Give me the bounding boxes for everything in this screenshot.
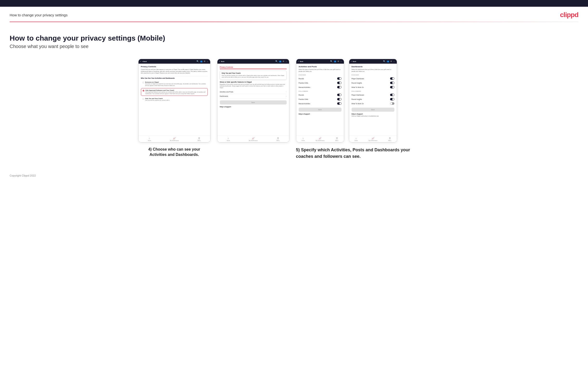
phone4-player-coaches-toggle[interactable]	[390, 77, 394, 80]
phone4-insights-coaches-toggle[interactable]	[390, 82, 394, 84]
phone4-nav-menu[interactable]: ☰ Menu	[388, 137, 391, 141]
radio-approved-text: Only Approved Followers and Your Coach O…	[146, 90, 206, 94]
settings-icon-4[interactable]: ⚙	[390, 60, 392, 62]
phone3-back[interactable]: ‹ Back	[298, 60, 303, 62]
search-icon-3[interactable]: 🔍	[330, 60, 333, 62]
phone2-tab-label[interactable]: Privacy Controls	[220, 66, 233, 69]
phone2-nav-menu[interactable]: ☰ Menu	[277, 137, 280, 141]
phone3-drills-coaches-toggle[interactable]	[337, 82, 341, 84]
phone4-player-followers-toggle[interactable]	[390, 94, 394, 96]
phone2-save-button[interactable]: Save	[220, 100, 287, 104]
people-icon-2[interactable]: 👥	[279, 60, 281, 62]
phone1-bottomnav: ⌂ Home 📈 My Performance ☰ Menu	[138, 136, 210, 142]
phone3-followers-label: FOLLOWERS	[299, 91, 341, 92]
search-icon-2[interactable]: 🔍	[275, 60, 278, 62]
phone2-help-label: Help & Support	[220, 106, 287, 108]
settings-icon-2[interactable]: ⚙	[283, 60, 284, 62]
phone4-workOn-coaches-toggle[interactable]	[390, 86, 394, 88]
phone4-player-coaches: Player Dashboard	[352, 76, 394, 81]
phone2-nav-performance[interactable]: 📈 My Performance	[249, 137, 258, 141]
search-icon-4[interactable]: 🔍	[383, 60, 386, 62]
settings-icon-3[interactable]: ⚙	[337, 60, 339, 62]
radio-approved-circle	[143, 90, 144, 92]
phone-mockup-3: ‹ Back 🔍 👥 ⚙ ⌄ Activities and Pos	[296, 59, 344, 142]
phone2-icons: 🔍 👥 ⚙ ⌄	[275, 60, 287, 62]
phone3-drills-coaches: Practice Drills	[299, 81, 341, 85]
search-icon[interactable]: 🔍	[197, 60, 199, 62]
phone3-manual-followers-toggle[interactable]	[337, 102, 341, 105]
phone-group-2: ‹ Back 🔍 👥 ⚙ ⌄ Privacy Controls	[217, 59, 289, 142]
phone1-nav-menu[interactable]: ☰ Menu	[198, 137, 201, 141]
phone3-nav-menu[interactable]: ☰ Menu	[335, 137, 338, 141]
phone4-workOn-followers: What To Work On	[352, 101, 394, 106]
radio-everyone[interactable]: Everyone on Clippd Everyone on Clippd ca…	[141, 80, 208, 87]
caption-1: 4) Choose who can see your Activities an…	[141, 147, 208, 158]
phone3-bottomnav: ⌂ Home 📈 My Performance ☰ Menu	[296, 136, 344, 142]
page-heading: How to change your privacy settings (Mob…	[10, 34, 578, 42]
phone4-save-button[interactable]: Save	[352, 108, 394, 112]
phone3-nav-performance[interactable]: 📈 My Performance	[316, 137, 325, 141]
phone4-nav-home[interactable]: ⌂ Home	[355, 137, 358, 141]
phone3-drills-followers-toggle[interactable]	[337, 98, 341, 100]
phone4-insights-followers-toggle[interactable]	[390, 98, 394, 100]
right-phones-row: ‹ Back 🔍 👥 ⚙ ⌄ Activities and Pos	[296, 59, 450, 142]
home-icon-3: ⌂	[303, 137, 304, 140]
phone3-title: Activities and Posts	[299, 66, 341, 68]
phone2-bottomnav: ⌂ Home 📈 My Performance ☰ Menu	[217, 136, 289, 142]
phone4-content: Dashboards Select the dashboards that yo…	[349, 64, 397, 136]
phone-mockup-1: ‹ < Back 🔍 👥 ⚙ ⌄ Privacy Controls Contro…	[138, 59, 210, 142]
phone4-workOn-followers-toggle[interactable]	[390, 102, 394, 105]
phone4-nav-performance[interactable]: 📈 My Performance	[369, 137, 378, 141]
home-icon: ⌂	[149, 137, 150, 140]
chevron-down-icon-4[interactable]: ⌄	[393, 60, 395, 62]
phone3-manual-followers: Manual Activities	[299, 101, 341, 106]
people-icon-4[interactable]: 👥	[387, 60, 389, 62]
phone1-nav-performance[interactable]: 📈 My Performance	[170, 137, 179, 141]
phone2-back[interactable]: ‹ Back	[219, 60, 225, 62]
chevron-down-icon-3[interactable]: ⌄	[340, 60, 342, 62]
phone3-manual-coaches-toggle[interactable]	[337, 86, 341, 88]
settings-icon[interactable]: ⚙	[204, 60, 205, 62]
phone2-popup: Only You and Your Coach Only you and the…	[220, 71, 287, 80]
phone1-nav-home[interactable]: ⌂ Home	[148, 137, 151, 141]
chevron-down-icon-2[interactable]: ⌄	[285, 60, 287, 62]
radio-only-you-text: Only You and Your Coach Only you and the…	[145, 98, 170, 101]
phone4-insights-followers: Round Insights	[352, 97, 394, 101]
phone-group-1: ‹ < Back 🔍 👥 ⚙ ⌄ Privacy Controls Contro…	[138, 59, 210, 158]
phone2-nav-home[interactable]: ⌂ Home	[227, 137, 230, 141]
phone3-rounds-coaches-toggle[interactable]	[337, 77, 341, 80]
phone3-nav-home[interactable]: ⌂ Home	[302, 137, 305, 141]
phone2-dashboards-row[interactable]: Dashboards ›	[220, 94, 287, 99]
popup-title: Only You and Your Coach	[222, 72, 285, 74]
phone3-desc: Select the types of activity that you'd …	[299, 69, 341, 72]
phone3-rounds-followers-toggle[interactable]	[337, 94, 341, 96]
show-hide-desc: Regardless of the privacy controls that …	[220, 83, 287, 89]
popup-desc: Only you and the coaches you connect wit…	[222, 75, 285, 78]
phone3-save-button[interactable]: Save	[299, 108, 341, 112]
phone4-insights-coaches: Round Insights	[352, 81, 394, 85]
phone2-activities-row[interactable]: Activities and Posts ›	[220, 90, 287, 94]
chart-icon: 📈	[173, 137, 176, 140]
phone4-back[interactable]: ‹ Back	[351, 60, 356, 62]
phone1-back[interactable]: ‹ < Back	[140, 60, 147, 62]
radio-only-you[interactable]: Only You and Your Coach Only you and the…	[141, 97, 208, 102]
phone-group-4: ‹ Back 🔍 👥 ⚙ ⌄ Dashboards	[349, 59, 397, 142]
phone3-rounds-coaches: Rounds	[299, 76, 341, 81]
top-decorative-bar	[0, 0, 588, 7]
phone1-section-title: Privacy Controls	[141, 66, 208, 68]
phone3-coaches-label: COACHES	[299, 74, 341, 76]
phone-mockup-4: ‹ Back 🔍 👥 ⚙ ⌄ Dashboards	[349, 59, 397, 142]
phone4-player-followers: Player Dashboard	[352, 93, 394, 97]
chevron-down-icon[interactable]: ⌄	[207, 60, 208, 62]
phone2-content: Privacy Controls Only You and Your Coach…	[217, 64, 289, 136]
main-content: How to change your privacy settings (Mob…	[0, 22, 588, 169]
phone4-icons: 🔍 👥 ⚙ ⌄	[383, 60, 395, 62]
people-icon[interactable]: 👥	[200, 60, 202, 62]
caption-right: 5) Specify which Activities, Posts and D…	[296, 147, 428, 160]
phone1-divider	[141, 76, 208, 76]
phone2-tab: Privacy Controls	[220, 66, 287, 69]
phone-mockup-2: ‹ Back 🔍 👥 ⚙ ⌄ Privacy Controls	[217, 59, 289, 142]
radio-approved[interactable]: Only Approved Followers and Your Coach O…	[141, 88, 208, 96]
phone3-rounds-followers: Rounds	[299, 93, 341, 97]
people-icon-3[interactable]: 👥	[334, 60, 336, 62]
